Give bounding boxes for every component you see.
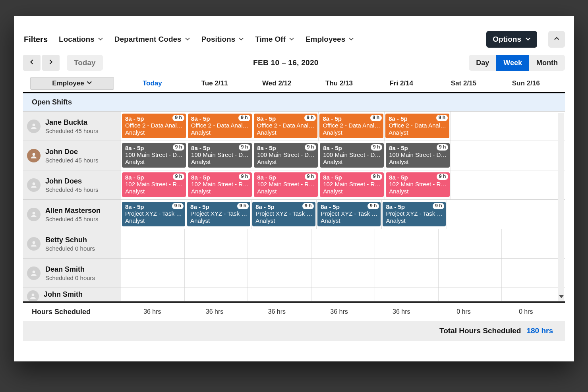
schedule-cell[interactable]: [121, 259, 185, 288]
shift-block[interactable]: 8a - 5p102 Main Street - R…Analyst9 h: [386, 172, 450, 197]
employee-row-header[interactable]: Allen MastersonScheduled 45 hours: [23, 200, 121, 229]
schedule-cell[interactable]: [439, 288, 502, 301]
employee-row-header[interactable]: John DoesScheduled 45 hours: [23, 170, 121, 199]
options-button[interactable]: Options: [486, 31, 537, 48]
employee-row-header[interactable]: Dean SmithScheduled 0 hours: [23, 259, 121, 288]
schedule-cell[interactable]: 8a - 5pProject XYZ - Task …Analyst9 h: [121, 200, 186, 229]
schedule-cell[interactable]: [248, 259, 311, 288]
day-header[interactable]: Thu 2/13: [308, 79, 370, 87]
employee-column-header[interactable]: Employee: [30, 77, 114, 90]
schedule-cell[interactable]: 8a - 5p100 Main Street - D…Analyst9 h: [253, 141, 319, 170]
schedule-cell[interactable]: [185, 259, 248, 288]
schedule-cell[interactable]: [451, 112, 508, 141]
shift-block[interactable]: 8a - 5p102 Main Street - R…Analyst9 h: [254, 172, 318, 197]
schedule-cell[interactable]: [185, 288, 248, 301]
schedule-cell[interactable]: 8a - 5pProject XYZ - Task …Analyst9 h: [186, 200, 251, 229]
shift-block[interactable]: 8a - 5p102 Main Street - R…Analyst9 h: [320, 172, 384, 197]
period-week[interactable]: Week: [496, 55, 529, 71]
vertical-scrollbar[interactable]: [558, 113, 564, 301]
schedule-cell[interactable]: 8a - 5p100 Main Street - D…Analyst9 h: [319, 141, 385, 170]
schedule-cell[interactable]: 8a - 5p102 Main Street - R…Analyst9 h: [121, 170, 187, 199]
schedule-cell[interactable]: 8a - 5p102 Main Street - R…Analyst9 h: [187, 170, 253, 199]
employee-row-header[interactable]: John Smith: [23, 288, 121, 301]
shift-block[interactable]: 8a - 5pProject XYZ - Task …Analyst9 h: [383, 202, 446, 226]
schedule-cell[interactable]: [311, 288, 375, 301]
schedule-cell[interactable]: [506, 200, 565, 229]
schedule-cell[interactable]: [439, 229, 502, 258]
shift-block[interactable]: 8a - 5p102 Main Street - R…Analyst9 h: [122, 172, 186, 197]
schedule-cell[interactable]: 8a - 5p102 Main Street - R…Analyst9 h: [385, 170, 451, 199]
shift-block[interactable]: 8a - 5p100 Main Street - D…Analyst9 h: [254, 143, 318, 168]
schedule-cell[interactable]: [508, 112, 565, 141]
filter-locations[interactable]: Locations: [59, 35, 103, 44]
day-header[interactable]: Tue 2/11: [184, 79, 246, 87]
schedule-cell[interactable]: 8a - 5pOffice 2 - Data Anal…Analyst9 h: [253, 112, 319, 141]
schedule-cell[interactable]: 8a - 5p100 Main Street - D…Analyst9 h: [385, 141, 451, 170]
shift-block[interactable]: 8a - 5p100 Main Street - D…Analyst9 h: [386, 143, 450, 168]
day-header[interactable]: Sat 2/15: [433, 79, 495, 87]
collapse-button[interactable]: [548, 31, 565, 48]
shift-block[interactable]: 8a - 5pOffice 2 - Data Anal…Analyst9 h: [385, 114, 449, 138]
day-header[interactable]: Fri 2/14: [370, 79, 433, 87]
filter-time-off[interactable]: Time Off: [255, 35, 294, 44]
schedule-cell[interactable]: 8a - 5pOffice 2 - Data Anal…Analyst9 h: [385, 112, 451, 141]
schedule-cell[interactable]: [451, 141, 508, 170]
schedule-cell[interactable]: 8a - 5p102 Main Street - R…Analyst9 h: [253, 170, 319, 199]
filter-employees[interactable]: Employees: [306, 35, 354, 44]
shift-block[interactable]: 8a - 5p100 Main Street - D…Analyst9 h: [122, 143, 186, 168]
schedule-cell[interactable]: [375, 229, 439, 258]
schedule-cell[interactable]: [375, 259, 439, 288]
shift-block[interactable]: 8a - 5p102 Main Street - R…Analyst9 h: [188, 172, 252, 197]
schedule-cell[interactable]: [451, 170, 508, 199]
schedule-cell[interactable]: 8a - 5pOffice 2 - Data Anal…Analyst9 h: [187, 112, 253, 141]
schedule-cell[interactable]: [447, 200, 506, 229]
scroll-down-icon[interactable]: [559, 295, 564, 298]
shift-block[interactable]: 8a - 5pOffice 2 - Data Anal…Analyst9 h: [188, 114, 252, 138]
shift-block[interactable]: 8a - 5p100 Main Street - D…Analyst9 h: [320, 143, 384, 168]
schedule-cell[interactable]: [248, 288, 311, 301]
shift-block[interactable]: 8a - 5pOffice 2 - Data Anal…Analyst9 h: [319, 114, 383, 138]
schedule-cell[interactable]: [502, 229, 565, 258]
employee-row-header[interactable]: Jane BucktaScheduled 45 hours: [23, 112, 121, 141]
schedule-cell[interactable]: 8a - 5pProject XYZ - Task …Analyst9 h: [382, 200, 447, 229]
day-header[interactable]: Today: [121, 79, 184, 87]
employee-row-header[interactable]: Betty SchuhScheduled 0 hours: [23, 229, 121, 258]
schedule-cell[interactable]: [508, 141, 565, 170]
shift-block[interactable]: 8a - 5pOffice 2 - Data Anal…Analyst9 h: [122, 114, 186, 138]
day-header[interactable]: Sun 2/16: [495, 79, 557, 87]
schedule-cell[interactable]: [502, 288, 565, 301]
schedule-cell[interactable]: 8a - 5p100 Main Street - D…Analyst9 h: [187, 141, 253, 170]
open-shifts-row[interactable]: Open Shifts: [23, 93, 565, 112]
schedule-cell[interactable]: [311, 229, 375, 258]
shift-block[interactable]: 8a - 5pProject XYZ - Task …Analyst9 h: [187, 202, 250, 226]
filter-positions[interactable]: Positions: [201, 35, 244, 44]
period-month[interactable]: Month: [529, 55, 565, 71]
shift-block[interactable]: 8a - 5pOffice 2 - Data Anal…Analyst9 h: [254, 114, 318, 138]
schedule-cell[interactable]: [121, 288, 185, 301]
schedule-cell[interactable]: [508, 170, 565, 199]
shift-block[interactable]: 8a - 5pProject XYZ - Task …Analyst9 h: [317, 202, 381, 226]
next-button[interactable]: [42, 55, 60, 71]
schedule-cell[interactable]: 8a - 5pOffice 2 - Data Anal…Analyst9 h: [121, 112, 187, 141]
schedule-cell[interactable]: 8a - 5p102 Main Street - R…Analyst9 h: [319, 170, 385, 199]
schedule-cell[interactable]: [185, 229, 248, 258]
schedule-cell[interactable]: [121, 229, 185, 258]
schedule-cell[interactable]: [439, 259, 502, 288]
schedule-cell[interactable]: [375, 288, 439, 301]
schedule-cell[interactable]: [248, 229, 311, 258]
schedule-cell[interactable]: 8a - 5pOffice 2 - Data Anal…Analyst9 h: [319, 112, 385, 141]
schedule-cell[interactable]: [311, 259, 375, 288]
schedule-cell[interactable]: 8a - 5pProject XYZ - Task …Analyst9 h: [317, 200, 382, 229]
shift-block[interactable]: 8a - 5pProject XYZ - Task …Analyst9 h: [122, 202, 185, 226]
prev-button[interactable]: [23, 55, 41, 71]
schedule-cell[interactable]: [502, 259, 565, 288]
filter-department-codes[interactable]: Department Codes: [114, 35, 190, 44]
schedule-cell[interactable]: 8a - 5pProject XYZ - Task …Analyst9 h: [251, 200, 317, 229]
shift-block[interactable]: 8a - 5p100 Main Street - D…Analyst9 h: [188, 143, 252, 168]
today-button[interactable]: Today: [67, 55, 103, 71]
schedule-cell[interactable]: 8a - 5p100 Main Street - D…Analyst9 h: [121, 141, 187, 170]
day-header[interactable]: Wed 2/12: [246, 79, 308, 87]
employee-row-header[interactable]: John DoeScheduled 45 hours: [23, 141, 121, 170]
shift-block[interactable]: 8a - 5pProject XYZ - Task …Analyst9 h: [252, 202, 315, 226]
period-day[interactable]: Day: [469, 55, 496, 71]
